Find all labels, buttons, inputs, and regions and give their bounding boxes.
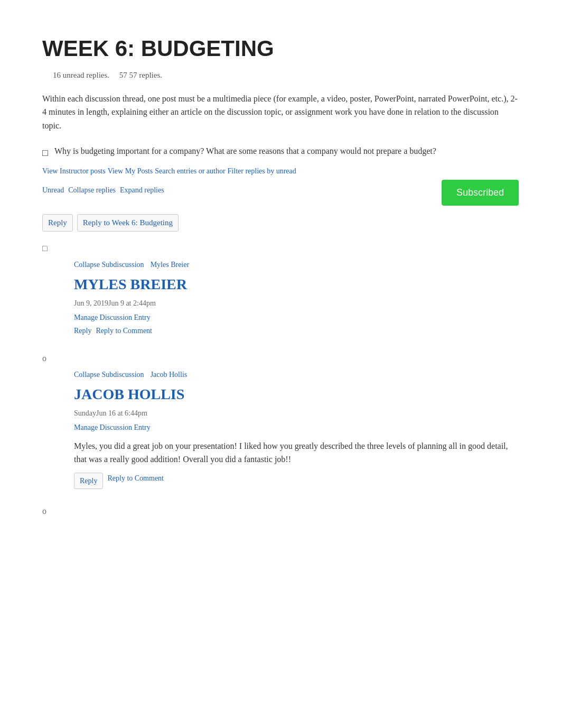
entry-reply-actions-jacob: Reply Reply to Comment [74, 473, 519, 489]
filter-replies-link[interactable]: Filter replies by unread [228, 165, 296, 177]
timestamp-myles: Jun 9, 2019Jun 9 at 2:44pm [74, 298, 519, 309]
reply-to-comment-jacob[interactable]: Reply to Comment [107, 473, 164, 489]
entry-content-jacob: Myles, you did a great job on your prese… [74, 439, 519, 466]
subscribed-button[interactable]: Subscribed [442, 180, 519, 206]
search-entries-link[interactable]: Search entries or author [155, 165, 225, 177]
manage-discussion-entry-jacob[interactable]: Manage Discussion Entry [74, 422, 519, 433]
main-reply-actions: Reply Reply to Week 6: Budgeting [42, 214, 519, 232]
unread-count: 16 unread replies. [53, 71, 109, 79]
question-text: Why is budgeting important for a company… [54, 145, 436, 158]
o-marker-1: o [42, 352, 519, 365]
author-name-myles: MYLES BREIER [74, 273, 519, 296]
author-link-myles[interactable]: Myles Breier [151, 259, 189, 270]
total-count: 57 57 replies. [119, 71, 162, 79]
page-title: WEEK 6: BUDGETING [42, 32, 519, 65]
reply-stats: 16 unread replies. 57 57 replies. [42, 69, 519, 81]
reply-to-comment-myles[interactable]: Reply to Comment [96, 325, 152, 336]
expand-replies-link[interactable]: Expand replies [120, 185, 164, 196]
reply-to-week-button[interactable]: Reply to Week 6: Budgeting [77, 214, 179, 232]
subdiscussion-header-myles: Collapse Subdiscussion Myles Breier [74, 259, 519, 270]
collapse-subdiscussion-jacob[interactable]: Collapse Subdiscussion [74, 369, 144, 380]
manage-discussion-entry-myles[interactable]: Manage Discussion Entry [74, 312, 519, 323]
unread-link[interactable]: Unread [42, 185, 64, 196]
discussion-entry-myles: Collapse Subdiscussion Myles Breier MYLE… [74, 259, 519, 336]
o-icon-2: o [42, 506, 46, 515]
author-name-jacob: JACOB HOLLIS [74, 383, 519, 406]
o-marker-2: o [42, 505, 519, 518]
reply-myles[interactable]: Reply [74, 325, 91, 336]
reply-button[interactable]: Reply [42, 214, 73, 232]
collapse-replies-link[interactable]: Collapse replies [68, 185, 116, 196]
question-bullet-icon: □ [42, 146, 48, 160]
view-instructor-posts-link[interactable]: View Instructor posts [42, 165, 106, 177]
toolbar-row: View Instructor posts View My Posts Sear… [42, 165, 519, 177]
subdiscussion-header-jacob: Collapse Subdiscussion Jacob Hollis [74, 369, 519, 380]
timestamp-jacob: SundayJun 16 at 6:44pm [74, 408, 519, 419]
discussion-entry-jacob: Collapse Subdiscussion Jacob Hollis JACO… [74, 369, 519, 489]
small-bullet-marker: □ [42, 242, 519, 255]
collapse-subdiscussion-myles[interactable]: Collapse Subdiscussion [74, 259, 144, 270]
o-icon-1: o [42, 354, 46, 363]
question-row: □ Why is budgeting important for a compa… [42, 145, 519, 160]
reply-jacob[interactable]: Reply [74, 473, 103, 489]
view-my-posts-link[interactable]: View My Posts [108, 165, 153, 177]
author-link-jacob[interactable]: Jacob Hollis [151, 369, 188, 380]
unread-row: Unread Collapse replies Expand replies [42, 185, 166, 196]
small-bullet-icon: □ [42, 244, 48, 253]
description-text: Within each discussion thread, one post … [42, 92, 519, 133]
entry-reply-actions-myles: Reply Reply to Comment [74, 325, 519, 336]
